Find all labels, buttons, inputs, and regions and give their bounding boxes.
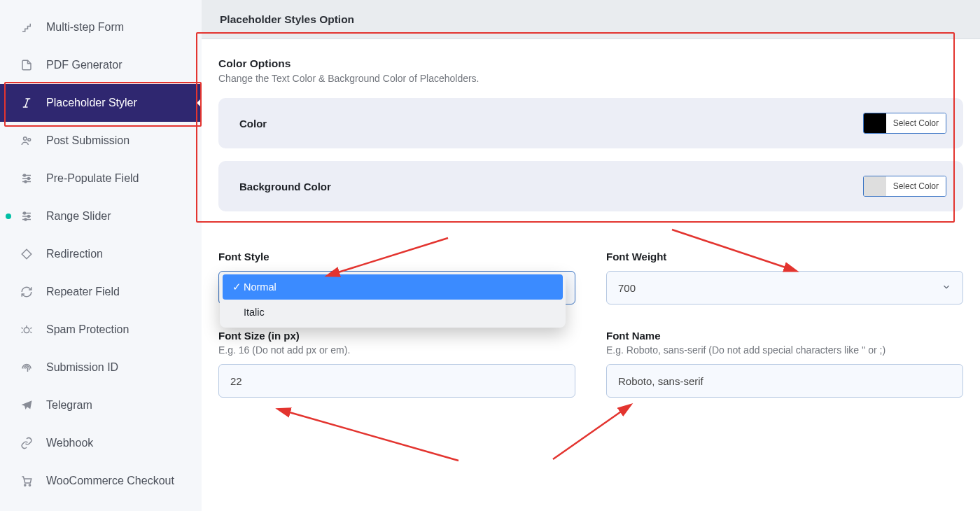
svg-point-8 bbox=[24, 174, 26, 176]
cart-icon bbox=[20, 474, 34, 488]
color-row-label: Background Color bbox=[239, 181, 331, 192]
svg-line-22 bbox=[30, 332, 31, 333]
font-style-dropdown: ✓ Normal Italic bbox=[220, 272, 566, 328]
svg-point-3 bbox=[24, 137, 27, 141]
select-color-button[interactable]: Select Color bbox=[886, 176, 946, 196]
svg-line-20 bbox=[30, 328, 31, 329]
sidebar-item-label: WooCommerce Checkout bbox=[46, 475, 174, 487]
sidebar-item-label: Placeholder Styler bbox=[46, 97, 137, 109]
sidebar-item-postsub[interactable]: Post Submission bbox=[0, 122, 202, 160]
color-picker-background[interactable]: Select Color bbox=[863, 176, 946, 197]
sidebar-item-redirection[interactable]: Redirection bbox=[0, 235, 202, 273]
diamond-icon bbox=[20, 247, 34, 261]
color-row-text: Color Select Color bbox=[218, 98, 963, 148]
status-dot-icon bbox=[6, 214, 11, 219]
sidebar-item-label: Post Submission bbox=[46, 134, 130, 147]
telegram-icon bbox=[20, 398, 34, 412]
select-color-button[interactable]: Select Color bbox=[886, 113, 946, 133]
svg-line-21 bbox=[22, 332, 23, 333]
main-area: Placeholder Styles Option Color Options … bbox=[202, 0, 980, 511]
sidebar-item-woo[interactable]: WooCommerce Checkout bbox=[0, 462, 202, 500]
sidebar-item-prepop[interactable]: Pre-Populate Field bbox=[0, 160, 202, 197]
field-hint: E.g. 16 (Do not add px or em). bbox=[218, 344, 575, 356]
color-picker-text[interactable]: Select Color bbox=[863, 113, 946, 134]
refresh-icon bbox=[20, 285, 34, 299]
field-label: Font Size (in px) bbox=[218, 330, 575, 342]
color-row-label: Color bbox=[239, 118, 267, 130]
svg-point-4 bbox=[28, 139, 31, 141]
sidebar-item-label: Spam Protection bbox=[46, 323, 129, 336]
sidebar-item-label: PDF Generator bbox=[46, 59, 122, 71]
sidebar-item-label: Telegram bbox=[46, 399, 92, 412]
svg-point-15 bbox=[28, 216, 30, 218]
color-swatch bbox=[864, 176, 886, 196]
sidebar-item-telegram[interactable]: Telegram bbox=[0, 386, 202, 424]
sidebar-item-placeholder[interactable]: Placeholder Styler bbox=[0, 84, 202, 122]
font-weight-select[interactable]: 700 bbox=[606, 271, 963, 304]
pdf-file-icon bbox=[20, 58, 34, 72]
color-swatch bbox=[864, 113, 886, 133]
font-size-input[interactable] bbox=[218, 364, 575, 398]
dropdown-option-normal[interactable]: ✓ Normal bbox=[223, 274, 563, 300]
field-label: Font Name bbox=[606, 330, 963, 342]
svg-point-9 bbox=[28, 178, 30, 180]
svg-line-2 bbox=[25, 99, 29, 107]
italic-type-icon bbox=[20, 96, 34, 110]
field-label: Font Style bbox=[218, 251, 575, 262]
sidebar-item-pdfgen[interactable]: PDF Generator bbox=[0, 46, 202, 84]
people-icon bbox=[20, 134, 34, 148]
sliders-icon bbox=[20, 209, 34, 223]
font-size-field: Font Size (in px) E.g. 16 (Do not add px… bbox=[218, 330, 575, 398]
sidebar: Multi-step Form PDF Generator Placeholde… bbox=[0, 0, 202, 511]
color-options-section: Color Options Change the Text Color & Ba… bbox=[218, 57, 963, 211]
sidebar-item-webhook[interactable]: Webhook bbox=[0, 424, 202, 462]
section-subtitle: Change the Text Color & Background Color… bbox=[218, 73, 963, 84]
sidebar-item-label: Webhook bbox=[46, 437, 93, 449]
page-header: Placeholder Styles Option bbox=[202, 0, 980, 39]
font-name-input[interactable] bbox=[606, 364, 963, 398]
sidebar-item-range[interactable]: Range Slider bbox=[0, 197, 202, 235]
sidebar-item-label: Range Slider bbox=[46, 210, 111, 223]
field-label: Font Weight bbox=[606, 251, 963, 262]
font-weight-field: Font Weight 700 bbox=[606, 251, 963, 304]
color-row-background: Background Color Select Color bbox=[218, 161, 963, 211]
sidebar-item-label: Pre-Populate Field bbox=[46, 172, 139, 185]
stairs-icon bbox=[20, 20, 34, 34]
fingerprint-icon bbox=[20, 360, 34, 374]
sidebar-item-label: Repeater Field bbox=[46, 286, 120, 298]
check-icon: ✓ bbox=[232, 281, 244, 293]
bug-icon bbox=[20, 323, 34, 337]
svg-point-24 bbox=[29, 484, 30, 486]
section-title: Color Options bbox=[218, 57, 963, 70]
svg-point-16 bbox=[24, 218, 27, 220]
sliders-icon bbox=[20, 172, 34, 186]
svg-point-17 bbox=[24, 328, 29, 333]
dropdown-option-italic[interactable]: Italic bbox=[223, 300, 563, 325]
chevron-down-icon bbox=[941, 282, 951, 294]
sidebar-item-label: Submission ID bbox=[46, 361, 118, 374]
svg-point-14 bbox=[24, 212, 26, 214]
select-value: 700 bbox=[618, 282, 636, 294]
font-name-field: Font Name E.g. Roboto, sans-serif (Do no… bbox=[606, 330, 963, 398]
link-icon bbox=[20, 436, 34, 450]
page-title: Placeholder Styles Option bbox=[220, 13, 354, 26]
svg-line-19 bbox=[22, 328, 23, 329]
sidebar-item-subid[interactable]: Submission ID bbox=[0, 349, 202, 386]
sidebar-item-label: Multi-step Form bbox=[46, 21, 124, 34]
field-hint: E.g. Roboto, sans-serif (Do not add spec… bbox=[606, 344, 963, 356]
option-label: Italic bbox=[244, 307, 265, 318]
sidebar-item-multistep[interactable]: Multi-step Form bbox=[0, 8, 202, 46]
sidebar-item-label: Redirection bbox=[46, 248, 103, 260]
option-label: Normal bbox=[244, 281, 276, 293]
sidebar-item-repeater[interactable]: Repeater Field bbox=[0, 273, 202, 311]
sidebar-item-spam[interactable]: Spam Protection bbox=[0, 311, 202, 349]
svg-point-23 bbox=[24, 484, 26, 486]
svg-point-10 bbox=[24, 181, 27, 183]
